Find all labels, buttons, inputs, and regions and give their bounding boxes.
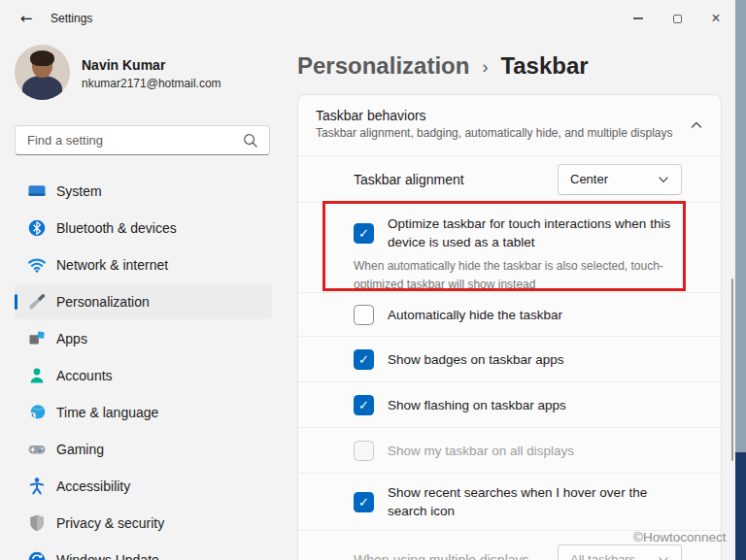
chevron-up-icon[interactable] [690, 118, 703, 132]
wifi-icon [27, 255, 47, 275]
chevron-down-icon [658, 554, 669, 560]
accessibility-icon [27, 477, 47, 496]
breadcrumb-personalization[interactable]: Personalization [297, 52, 469, 80]
profile-email: nkumar2171@hotmail.com [82, 77, 221, 90]
setting-row-optimize-touch: ✓ Optimize taskbar for touch interaction… [298, 202, 721, 292]
checkmark-icon: ✓ [358, 496, 369, 509]
checkmark-icon: ✓ [358, 399, 369, 412]
sidebar-item-personalization[interactable]: Personalization [15, 284, 272, 319]
breadcrumb-separator-icon: › [482, 57, 488, 78]
sidebar: Navin Kumar nkumar2171@hotmail.com Syste… [0, 37, 284, 560]
recent-searches-label: Show recent searches when I hover over t… [388, 483, 682, 520]
all-displays-label: Show my taskbar on all displays [388, 442, 574, 460]
checkmark-icon: ✓ [358, 353, 369, 366]
sidebar-nav: System Bluetooth & devices Network & int… [0, 174, 284, 560]
personalization-icon [27, 292, 47, 312]
expander-subtitle: Taskbar alignment, badging, automaticall… [316, 126, 703, 140]
sidebar-item-windows-update[interactable]: Windows Update [15, 543, 272, 560]
show-flashing-label: Show flashing on taskbar apps [388, 396, 566, 414]
sidebar-item-apps[interactable]: Apps [15, 321, 272, 356]
search-box[interactable] [15, 125, 270, 155]
setting-row-show-badges: ✓ Show badges on taskbar apps [298, 336, 721, 381]
show-badges-checkbox[interactable]: ✓ [354, 349, 374, 370]
time-language-icon [27, 403, 47, 422]
system-icon [27, 181, 47, 201]
sidebar-item-bluetooth-devices[interactable]: Bluetooth & devices [15, 211, 272, 246]
watermark: ©Howtoconnect [633, 530, 727, 544]
gaming-icon [27, 440, 47, 459]
avatar[interactable] [15, 45, 70, 100]
window-title: Settings [51, 12, 92, 25]
sidebar-item-system[interactable]: System [15, 174, 272, 209]
chevron-down-icon [658, 174, 669, 185]
sidebar-item-accessibility[interactable]: Accessibility [15, 469, 272, 504]
close-button[interactable]: × [696, 0, 735, 37]
maximize-icon [673, 15, 682, 23]
sidebar-item-gaming[interactable]: Gaming [15, 432, 272, 467]
profile-name: Navin Kumar [82, 57, 165, 73]
scrollbar[interactable] [731, 279, 733, 461]
checkmark-icon: ✓ [358, 227, 369, 240]
minimize-button[interactable] [619, 0, 658, 37]
minimize-icon [633, 17, 643, 18]
sidebar-item-accounts[interactable]: Accounts [15, 358, 272, 393]
back-button[interactable]: ← [14, 8, 39, 29]
optimize-touch-checkbox[interactable]: ✓ [354, 223, 374, 244]
page-title: Taskbar [500, 52, 588, 80]
auto-hide-label: Automatically hide the taskbar [388, 306, 562, 324]
shield-icon [27, 513, 47, 533]
close-icon: × [711, 11, 720, 26]
show-flashing-checkbox[interactable]: ✓ [354, 395, 374, 415]
sidebar-item-time-language[interactable]: Time & language [15, 395, 272, 430]
multiple-displays-dropdown[interactable]: All taskbars [558, 544, 682, 560]
sidebar-item-privacy-security[interactable]: Privacy & security [15, 506, 272, 541]
setting-row-all-displays: Show my taskbar on all displays [298, 427, 721, 473]
setting-row-auto-hide: Automatically hide the taskbar [298, 292, 721, 336]
expander-title: Taskbar behaviors [316, 108, 703, 123]
setting-row-taskbar-alignment: Taskbar alignment Center [298, 155, 721, 202]
taskbar-alignment-dropdown[interactable]: Center [558, 164, 682, 195]
desktop-background-edge [735, 0, 746, 560]
breadcrumb: Personalization › Taskbar [297, 52, 589, 80]
all-displays-checkbox[interactable] [354, 441, 374, 461]
apps-icon [27, 329, 47, 348]
titlebar: ← Settings × [0, 0, 735, 37]
setting-row-show-flashing: ✓ Show flashing on taskbar apps [298, 381, 721, 427]
recent-searches-checkbox[interactable]: ✓ [354, 492, 374, 512]
search-input[interactable] [16, 133, 242, 148]
maximize-button[interactable] [658, 0, 696, 37]
optimize-touch-description: When automatically hide the taskbar is a… [354, 257, 699, 294]
selected-indicator [15, 294, 17, 310]
accounts-icon [27, 366, 47, 385]
expander-header[interactable]: Taskbar behaviors Taskbar alignment, bad… [298, 95, 721, 155]
optimize-touch-label: Optimize taskbar for touch interactions … [388, 214, 682, 251]
sidebar-item-network-internet[interactable]: Network & internet [15, 247, 272, 282]
taskbar-alignment-label: Taskbar alignment [354, 172, 464, 187]
taskbar-behaviors-card: Taskbar behaviors Taskbar alignment, bad… [297, 94, 722, 560]
show-badges-label: Show badges on taskbar apps [388, 350, 564, 369]
bluetooth-icon [27, 218, 47, 238]
search-icon [242, 132, 259, 149]
multiple-displays-label: When using multiple displays, [354, 552, 532, 560]
auto-hide-checkbox[interactable] [354, 305, 374, 325]
window-controls: × [619, 0, 735, 37]
windows-update-icon [27, 550, 47, 560]
setting-row-recent-searches: ✓ Show recent searches when I hover over… [298, 473, 721, 530]
